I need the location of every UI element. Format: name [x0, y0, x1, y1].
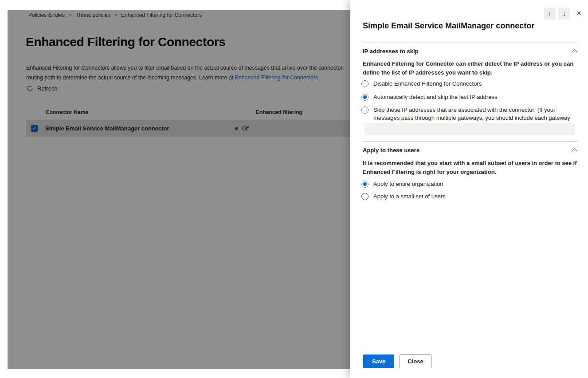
breadcrumb: Policies & rules > Threat policies > Enh…: [28, 12, 202, 18]
main-content-area: Policies & rules > Threat policies > Enh…: [8, 10, 350, 369]
radio-label: Apply to entire organization: [373, 180, 443, 188]
connector-name-cell: Simple Email Service MailManager connect…: [45, 125, 169, 132]
radio-apply-small-set[interactable]: Apply to a small set of users: [361, 193, 580, 201]
ip-addresses-input[interactable]: [365, 123, 575, 135]
panel-nav: ↑ ↓ ✕: [544, 8, 585, 20]
checkmark-icon: ✓: [32, 125, 36, 132]
next-item-button[interactable]: ↓: [558, 8, 570, 20]
breadcrumb-enhanced-filtering[interactable]: Enhanced Filtering for Connectors: [121, 12, 202, 18]
page-description: Enhanced Filtering for Connectors allows…: [26, 63, 344, 83]
status-off-dot-icon: [235, 127, 238, 130]
section-divider: [363, 43, 577, 43]
radio-icon: [361, 106, 368, 114]
page-title: Enhanced Filtering for Connectors: [26, 35, 226, 49]
section-header-ip-addresses[interactable]: IP addresses to skip: [363, 48, 577, 55]
column-header-enhanced-filtering[interactable]: Enhanced filtering: [256, 109, 302, 115]
previous-item-button[interactable]: ↑: [544, 8, 556, 20]
learn-more-link[interactable]: Enhanced Filtering for Connectors.: [235, 75, 319, 81]
table-header: Connector Name Enhanced filtering: [8, 109, 350, 118]
radio-icon: [361, 193, 368, 200]
radio-label: Disable Enhanced Filtering for Connector…: [373, 80, 482, 88]
page-description-line2: routing path to determine the actual sou…: [26, 73, 344, 83]
panel-footer: Save Close: [363, 354, 431, 368]
section-divider: [363, 142, 577, 142]
table-header-divider: [26, 119, 350, 119]
breadcrumb-separator-icon: >: [69, 12, 71, 18]
radio-apply-entire-org[interactable]: Apply to entire organization: [361, 180, 580, 188]
radio-auto-detect-skip[interactable]: Automatically detect and skip the last I…: [361, 93, 580, 101]
column-header-connector-name[interactable]: Connector Name: [46, 109, 88, 115]
radio-disable-enhanced-filtering[interactable]: Disable Enhanced Filtering for Connector…: [361, 80, 580, 88]
ip-section-description: Enhanced Filtering for Connector can eit…: [363, 59, 579, 77]
arrow-down-icon: ↓: [563, 10, 566, 17]
breadcrumb-policies-rules[interactable]: Policies & rules: [28, 12, 65, 18]
radio-icon: [361, 181, 368, 188]
save-button[interactable]: Save: [363, 354, 394, 368]
connector-flyout-panel: ↑ ↓ ✕ Simple Email Service MailManager c…: [350, 0, 588, 378]
refresh-button[interactable]: Refresh: [27, 85, 58, 92]
arrow-up-icon: ↑: [548, 10, 552, 17]
refresh-label: Refresh: [37, 85, 58, 92]
status-label: Off: [242, 126, 249, 132]
enhanced-filtering-cell: Off: [235, 126, 249, 132]
breadcrumb-threat-policies[interactable]: Threat policies: [75, 12, 110, 18]
close-panel-button[interactable]: ✕: [573, 8, 585, 20]
page-description-line1: Enhanced Filtering for Connectors allows…: [26, 63, 344, 73]
close-icon: ✕: [576, 10, 582, 17]
table-row[interactable]: ✓ Simple Email Service MailManager conne…: [26, 120, 350, 137]
radio-icon: [361, 94, 368, 101]
close-button[interactable]: Close: [400, 354, 431, 368]
radio-label: Apply to a small set of users: [373, 193, 446, 201]
chevron-up-icon: [572, 49, 577, 55]
section-title: Apply to these users: [363, 147, 419, 154]
page-description-line2-text: routing path to determine the actual sou…: [26, 75, 235, 81]
row-checkbox[interactable]: ✓: [31, 125, 38, 132]
section-title: IP addresses to skip: [363, 48, 419, 55]
breadcrumb-separator-icon: >: [114, 12, 117, 18]
chevron-up-icon: [572, 148, 577, 154]
panel-title: Simple Email Service MailManager connect…: [363, 21, 570, 31]
section-header-apply-users[interactable]: Apply to these users: [363, 147, 577, 154]
radio-icon: [361, 80, 368, 87]
radio-label: Automatically detect and skip the last I…: [373, 93, 497, 101]
apply-users-description: It is recommended that you start with a …: [363, 159, 579, 177]
refresh-icon: [27, 85, 33, 92]
